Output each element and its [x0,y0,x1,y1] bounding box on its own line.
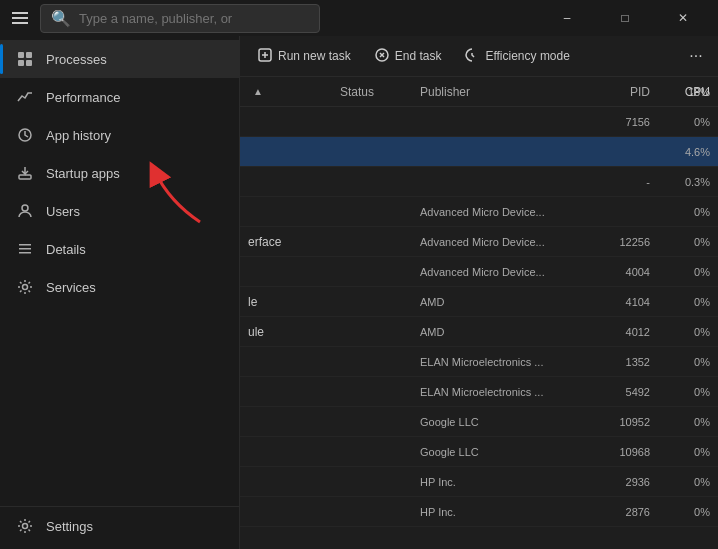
table-row[interactable]: Google LLC 10952 0% [240,407,718,437]
details-icon [16,240,34,258]
svg-point-10 [23,285,28,290]
cpu-usage-badge: 18% [688,77,710,107]
sidebar-bottom: Settings [0,506,239,545]
row-publisher: Google LLC [420,446,590,458]
processes-label: Processes [46,52,107,67]
table-row[interactable]: ule AMD 4012 0% [240,317,718,347]
row-cpu: 0% [650,326,710,338]
services-icon [16,278,34,296]
toolbar: Run new task End task Efficiency mode ··… [240,36,718,77]
row-pid: 4012 [590,326,650,338]
table-row[interactable]: Advanced Micro Device... 4004 0% [240,257,718,287]
row-cpu: 0% [650,356,710,368]
svg-rect-9 [19,252,31,254]
table-row[interactable]: HP Inc. 2876 0% [240,497,718,527]
sidebar-item-processes[interactable]: Processes [0,40,239,78]
sidebar-item-settings[interactable]: Settings [0,507,239,545]
search-box[interactable]: 🔍 [40,4,320,33]
more-button[interactable]: ··· [682,42,710,70]
svg-rect-7 [19,244,31,246]
sidebar-item-app-history[interactable]: App history [0,116,239,154]
row-publisher: Advanced Micro Device... [420,236,590,248]
table-row[interactable]: Google LLC 10968 0% [240,437,718,467]
services-label: Services [46,280,96,295]
end-task-icon [375,48,389,65]
row-pid: 2876 [590,506,650,518]
table-row[interactable]: HP Inc. 2936 0% [240,467,718,497]
run-new-task-label: Run new task [278,49,351,63]
row-cpu: 0% [650,386,710,398]
row-cpu: 0.3% [650,176,710,188]
minimize-button[interactable]: – [544,0,590,36]
row-pid: 12256 [590,236,650,248]
table-row[interactable]: ELAN Microelectronics ... 5492 0% [240,377,718,407]
table-row[interactable]: 4.6% [240,137,718,167]
main-area: Processes Performance App history Startu… [0,36,718,549]
processes-icon [16,50,34,68]
row-pid: 4004 [590,266,650,278]
row-pid: 1352 [590,356,650,368]
row-publisher: HP Inc. [420,506,590,518]
row-pid: 4104 [590,296,650,308]
svg-rect-5 [19,175,31,179]
run-new-task-button[interactable]: Run new task [248,43,361,70]
row-pid: - [590,176,650,188]
title-bar-left: 🔍 [12,4,544,33]
table-row[interactable]: ELAN Microelectronics ... 1352 0% [240,347,718,377]
svg-rect-2 [18,60,24,66]
hamburger-menu[interactable] [12,8,32,28]
row-pid: 2936 [590,476,650,488]
row-cpu: 0% [650,236,710,248]
row-cpu: 0% [650,116,710,128]
table-row[interactable]: - 0.3% [240,167,718,197]
row-publisher: AMD [420,326,590,338]
row-name: le [248,295,340,309]
table-header: ▲ Status Publisher PID CPU 18% [240,77,718,107]
row-cpu: 4.6% [650,146,710,158]
table-row[interactable]: le AMD 4104 0% [240,287,718,317]
row-pid: 5492 [590,386,650,398]
efficiency-mode-label: Efficiency mode [485,49,570,63]
details-label: Details [46,242,86,257]
row-publisher: ELAN Microelectronics ... [420,356,590,368]
row-publisher: ELAN Microelectronics ... [420,386,590,398]
sidebar-item-services[interactable]: Services [0,268,239,306]
sidebar-item-performance[interactable]: Performance [0,78,239,116]
row-pid: 10968 [590,446,650,458]
row-pid: 10952 [590,416,650,428]
search-input[interactable] [79,11,299,26]
table-row[interactable]: Advanced Micro Device... 0% [240,197,718,227]
users-label: Users [46,204,80,219]
row-cpu: 0% [650,206,710,218]
row-publisher: Advanced Micro Device... [420,206,590,218]
maximize-button[interactable]: □ [602,0,648,36]
efficiency-mode-button[interactable]: Efficiency mode [455,43,580,70]
svg-rect-8 [19,248,31,250]
sidebar-item-startup-apps[interactable]: Startup apps [0,154,239,192]
row-cpu: 0% [650,266,710,278]
publisher-header: Publisher [420,85,590,99]
sidebar-item-details[interactable]: Details [0,230,239,268]
row-publisher: Google LLC [420,416,590,428]
sidebar-item-users[interactable]: Users [0,192,239,230]
end-task-label: End task [395,49,442,63]
efficiency-icon [465,48,479,65]
svg-rect-3 [26,60,32,66]
row-publisher: HP Inc. [420,476,590,488]
startup-apps-label: Startup apps [46,166,120,181]
close-button[interactable]: ✕ [660,0,706,36]
table-row[interactable]: 7156 0% [240,107,718,137]
table-body[interactable]: 7156 0% 4.6% - 0.3% Advanced Micro Devic… [240,107,718,549]
row-cpu: 0% [650,416,710,428]
window-controls: – □ ✕ [544,0,706,36]
row-cpu: 0% [650,296,710,308]
performance-icon [16,88,34,106]
search-icon: 🔍 [51,9,71,28]
performance-label: Performance [46,90,120,105]
settings-icon [16,517,34,535]
end-task-button[interactable]: End task [365,43,452,70]
svg-rect-1 [26,52,32,58]
users-icon [16,202,34,220]
table-container: ▲ Status Publisher PID CPU 18% 7156 0% 4… [240,77,718,549]
table-row[interactable]: erface Advanced Micro Device... 12256 0% [240,227,718,257]
